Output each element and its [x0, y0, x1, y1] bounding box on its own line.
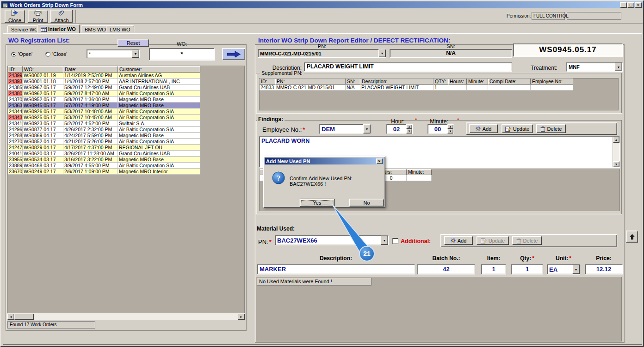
cell-customer[interactable]: Magnetic MRO Base [118, 103, 200, 109]
findings-add-button[interactable]: Add [469, 124, 498, 133]
cell-id[interactable]: 24288 [8, 133, 23, 139]
supplemental-cell[interactable] [467, 85, 488, 91]
material-description-field[interactable]: MARKER [257, 264, 415, 274]
radio-open-circle[interactable] [11, 52, 16, 57]
table-row[interactable]: 24296WS0877.04.174/26/2017 2:32:00 PMAir… [8, 127, 244, 133]
description-field[interactable]: PLACARD WEIGHT LIMIT [304, 62, 512, 72]
subtable-minute-cell[interactable] [407, 175, 432, 181]
col-header-wo[interactable]: WO: [23, 66, 63, 73]
cell-customer[interactable]: Austrian Airlines AG [118, 73, 200, 79]
dialog-no-button[interactable]: No [349, 199, 384, 207]
supplemental-cell[interactable]: MMRO-C-021-MD-0215/01 [275, 85, 346, 91]
cell-id[interactable]: 24296 [8, 127, 23, 133]
cell-wo[interactable]: WS0869.04.17 [23, 133, 63, 139]
table-row[interactable]: 24247WS0829.04.174/17/2017 4:37:00 PMREG… [8, 145, 244, 151]
cell-wo[interactable]: WS0620.03.17 [23, 151, 63, 157]
cell-customer[interactable]: Air Baltic Corporation SIA [118, 115, 200, 121]
dropdown-arrow-icon[interactable]: ▼ [381, 236, 388, 245]
table-row[interactable]: 23955WS0534.03.173/16/2017 3:22:00 PMMag… [8, 157, 244, 163]
attach-button[interactable]: Attach [50, 10, 73, 23]
cell-customer[interactable]: Grand Cru Airlines UAB [118, 151, 200, 157]
supplemental-cell[interactable]: N/A [346, 85, 360, 91]
item-field[interactable]: 1 [481, 264, 506, 274]
cell-customer[interactable]: Air Baltic Corporation SIA [118, 163, 200, 169]
material-update-button[interactable]: Update [477, 236, 509, 245]
cell-id[interactable]: 24370 [8, 97, 23, 103]
cell-customer[interactable]: Air Baltic Corporation SIA [118, 91, 200, 97]
scroll-down-button[interactable]: ▼ [613, 161, 619, 167]
cell-date[interactable]: 1/4/2018 2:57:00 PM [63, 79, 118, 85]
pn-combobox[interactable]: MMRO-C-021-MD-0215/01 ▼ [258, 49, 386, 58]
cell-customer[interactable]: Magnetic MRO Base [118, 133, 200, 139]
tab-bms-wo[interactable]: BMS WO [81, 25, 110, 33]
cell-date[interactable]: 3/9/2017 4:55:00 PM [63, 163, 118, 169]
cell-date[interactable]: 5/3/2017 10:45:00 AM [63, 115, 118, 121]
dropdown-arrow-icon[interactable]: ▼ [572, 265, 580, 274]
cell-customer[interactable]: Magnetic MRO Interior [118, 169, 200, 175]
cell-date[interactable]: 3/16/2017 3:22:00 PM [63, 157, 118, 163]
cell-wo[interactable]: WS0967.05.17 [23, 85, 63, 91]
supplemental-cell[interactable] [488, 85, 531, 91]
cell-customer[interactable]: Air Baltic Corporation SIA [118, 139, 200, 145]
cell-wo[interactable]: WS0945.05.17 [23, 103, 63, 109]
cell-date[interactable]: 5/9/2017 12:49:00 PM [63, 85, 118, 91]
cell-id[interactable]: 24344 [8, 109, 23, 115]
table-row[interactable]: 23670WS0249.02.172/6/2017 1:09:00 PMMagn… [8, 169, 244, 175]
cell-customer[interactable]: Air Baltic Corporation SIA [118, 127, 200, 133]
cell-wo[interactable]: WS0926.05.17 [23, 109, 63, 115]
qty-field[interactable]: 1 [511, 264, 543, 274]
cell-date[interactable]: 5/8/2017 1:36:00 PM [63, 97, 118, 103]
cell-id[interactable]: 24385 [8, 85, 23, 91]
findings-delete-button[interactable]: Delete [536, 124, 566, 133]
cell-wo[interactable]: WS0852.04.17 [23, 139, 63, 145]
dialog-close-button[interactable]: × [376, 158, 383, 164]
cell-id[interactable]: 23670 [8, 169, 23, 175]
scroll-to-top-button[interactable] [626, 231, 638, 243]
unit-combobox[interactable]: EA ▼ [547, 264, 580, 274]
table-row[interactable]: 24341WS0923.05.175/2/2017 4:52:00 PMSwif… [8, 121, 244, 127]
cell-id[interactable]: 24343 [8, 115, 23, 121]
cell-date[interactable]: 3/26/2017 11:28:00 AM [63, 151, 118, 157]
cell-wo[interactable]: WS0962.05.17 [23, 91, 63, 97]
maximize-button[interactable]: □ [627, 2, 634, 8]
dropdown-arrow-icon[interactable]: ▼ [132, 50, 139, 58]
spin-down-icon[interactable]: ▼ [447, 129, 453, 134]
dropdown-arrow-icon[interactable]: ▼ [378, 49, 386, 57]
cell-wo[interactable]: WS0877.04.17 [23, 127, 63, 133]
cell-date[interactable]: 5/3/2017 10:48:00 AM [63, 109, 118, 115]
cell-wo[interactable]: WS0829.04.17 [23, 145, 63, 151]
table-row[interactable]: 24270WS0852.04.174/21/2017 5:26:00 PMAir… [8, 139, 244, 145]
table-row[interactable]: 24385WS0967.05.175/9/2017 12:49:00 PMGra… [8, 85, 244, 91]
material-pn-combobox[interactable]: BAC27WEX66 ▼ [275, 235, 389, 245]
hour-spinner[interactable]: 02 ▲▼ [386, 124, 413, 134]
cell-customer[interactable]: REGIONAL JET OU [118, 145, 200, 151]
scroll-left-button[interactable]: ◄ [7, 314, 14, 320]
table-row[interactable]: 24380WS0962.05.175/9/2017 8:47:00 AMAir … [8, 91, 244, 97]
supplemental-cell[interactable] [531, 85, 573, 91]
cell-date[interactable]: 1/14/2019 2:53:00 PM [63, 73, 118, 79]
cell-customer[interactable]: Swiftair S.A. [118, 121, 200, 127]
table-row[interactable]: 24288WS0869.04.174/24/2017 5:59:00 PMMag… [8, 133, 244, 139]
cell-date[interactable]: 5/2/2017 4:52:00 PM [63, 121, 118, 127]
cell-customer[interactable]: Magnetic MRO Base [118, 157, 200, 163]
supplemental-cell[interactable]: 24833 [260, 85, 275, 91]
tab-lms-wo[interactable]: LMS WO [106, 25, 134, 33]
radio-close[interactable]: 'Close' [45, 51, 67, 57]
col-header-date[interactable]: Date: [63, 66, 118, 73]
scroll-up-button[interactable]: ▲ [613, 137, 619, 143]
cell-id[interactable]: 23889 [8, 163, 23, 169]
wo-search-input[interactable]: * [149, 48, 215, 61]
material-delete-button[interactable]: Delete [512, 236, 542, 245]
findings-scrollbar[interactable]: ▲ ▼ [613, 137, 619, 167]
dialog-yes-button[interactable]: Yes [300, 199, 334, 207]
cell-wo[interactable]: WS0952.05.17 [23, 97, 63, 103]
cell-id[interactable]: 24393 [8, 79, 23, 85]
cell-wo[interactable]: WS0002.01.19 [23, 73, 63, 79]
radio-close-circle[interactable] [45, 52, 50, 57]
supplemental-row[interactable]: 24833MMRO-C-021-MD-0215/01N/APLACARD WEI… [260, 85, 618, 91]
print-button[interactable]: Print [28, 10, 48, 23]
table-row[interactable]: 23889WS0468.03.173/9/2017 4:55:00 PMAir … [8, 163, 244, 169]
additional-checkbox[interactable] [392, 238, 398, 244]
cell-id[interactable]: 24247 [8, 145, 23, 151]
go-search-button[interactable] [222, 48, 245, 60]
